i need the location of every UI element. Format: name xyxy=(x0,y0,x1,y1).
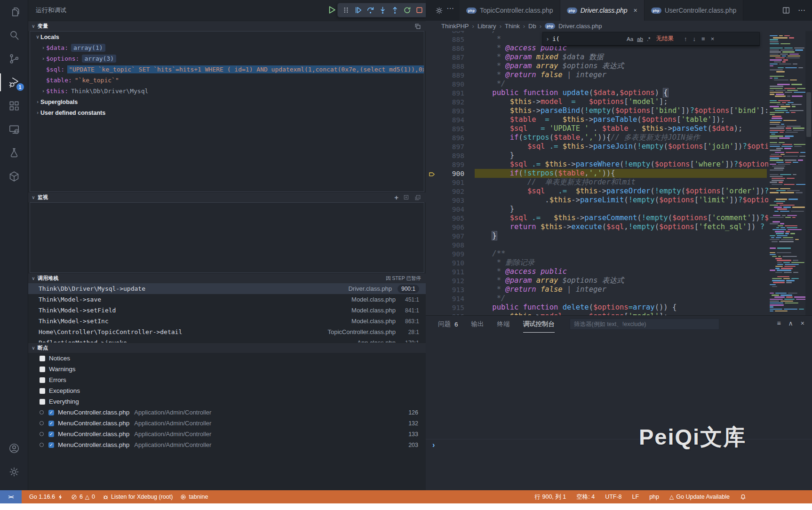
stack-frame[interactable]: Think\Model->setIncModel.class.php863:1 xyxy=(28,316,426,327)
code-line[interactable]: 916 $this->model = $options['model']; xyxy=(426,312,767,315)
find-previous-icon[interactable]: ↑ xyxy=(684,35,687,42)
gutter-line-number[interactable]: 888 xyxy=(426,63,475,70)
debug-step-into-button[interactable] xyxy=(377,5,388,16)
code-line[interactable]: 909 /** xyxy=(426,249,767,258)
gutter-line-number[interactable]: 893 xyxy=(426,107,475,115)
gutter-line-number[interactable]: 895 xyxy=(426,125,475,133)
gutter-line-number[interactable]: 900 xyxy=(426,170,475,177)
code-editor[interactable]: 884 /**885 *886 * @access public887 * @p… xyxy=(426,31,812,315)
code-line[interactable]: 897 $sql .= $this->parseJoin(!empty($opt… xyxy=(426,142,767,151)
gutter-line-number[interactable]: 897 xyxy=(426,143,475,151)
breakpoint-row[interactable]: ✓MenuController.class.phpApplication/Adm… xyxy=(28,418,426,429)
stack-frame[interactable]: Think\Model->setFieldModel.class.php841:… xyxy=(28,305,426,316)
gutter-line-number[interactable]: 889 xyxy=(426,72,475,79)
code-line[interactable]: 890 */ xyxy=(426,80,767,88)
indentation[interactable]: 空格: 4 xyxy=(576,493,595,501)
code-line[interactable]: 901 // 单表更新支持order和lmit xyxy=(426,178,767,187)
section-header-call-stack[interactable]: ∨ 调用堆栈 因 STEP 已暂停 xyxy=(28,273,426,283)
code-line[interactable]: 902 $sql .= $this->parseOrder(!empty($op… xyxy=(426,187,767,196)
code-line[interactable]: 888 * @param array $options 表达式 xyxy=(426,62,767,71)
xdebug-listen[interactable]: Listen for Xdebug (root) xyxy=(103,494,173,500)
stack-frame[interactable]: Home\Controller\TopicController->detailT… xyxy=(28,327,426,337)
debug-step-out-button[interactable] xyxy=(389,5,400,16)
add-expression-button[interactable]: + xyxy=(394,193,398,201)
gutter-line-number[interactable]: 903 xyxy=(426,197,475,204)
editor-tab[interactable]: phpDriver.class.php× xyxy=(560,0,645,21)
code-line[interactable]: 910 * 删除记录 xyxy=(426,258,767,267)
variable-row[interactable]: ›$data:array(1) xyxy=(30,42,424,53)
stack-frame[interactable]: Think\Db\Driver\Mysql->updateDriver.clas… xyxy=(28,283,426,294)
checkbox-icon[interactable] xyxy=(40,356,45,361)
checkbox-checked-icon[interactable]: ✓ xyxy=(48,410,54,415)
code-line[interactable]: 904 } xyxy=(426,205,767,214)
checkbox-icon[interactable] xyxy=(40,377,45,383)
breakpoint-row[interactable]: ✓MenuController.class.phpApplication/Adm… xyxy=(28,407,426,418)
code-line[interactable]: 896 if(strpos($table,',')){// 多表更新支持JOIN… xyxy=(426,133,767,142)
breakpoint-toggle[interactable]: Exceptions xyxy=(28,385,426,396)
split-editor-icon[interactable] xyxy=(782,6,790,15)
gutter-line-number[interactable]: 911 xyxy=(426,268,475,276)
code-line[interactable]: 893 $this->parseBind(!empty($options['bi… xyxy=(426,106,767,115)
panel-tab-终端[interactable]: 终端 xyxy=(497,316,510,333)
collapse-all-icon[interactable] xyxy=(414,194,421,201)
tabnine[interactable]: tabnine xyxy=(180,494,208,500)
gutter-line-number[interactable]: 896 xyxy=(426,134,475,142)
checkbox-icon[interactable] xyxy=(40,388,45,394)
gutter-line-number[interactable]: 913 xyxy=(426,286,475,294)
editor-more-actions-icon[interactable]: ⋯ xyxy=(798,6,805,15)
breakpoint-toggle[interactable]: Everything xyxy=(28,396,426,407)
gutter-line-number[interactable]: 915 xyxy=(426,304,475,311)
code-line[interactable]: 903 .$this->parseLimit(!empty($options['… xyxy=(426,196,767,205)
debug-console-prompt[interactable]: › xyxy=(432,441,435,449)
find-expand-icon[interactable]: › xyxy=(547,36,549,42)
debug-start-button[interactable] xyxy=(327,5,336,15)
checkbox-checked-icon[interactable]: ✓ xyxy=(48,421,54,426)
code-line[interactable]: 889 * @return false | integer xyxy=(426,71,767,80)
activity-remote-explorer-button[interactable] xyxy=(0,118,28,141)
find-in-selection-icon[interactable]: ≡ xyxy=(701,35,705,42)
variable-row[interactable]: ›$this:Think\Db\Driver\Mysql xyxy=(30,86,424,96)
stack-frame[interactable]: ReflectionMethod->invokeApp.class.php170… xyxy=(28,337,426,343)
activity-source-control-button[interactable] xyxy=(0,47,28,71)
breakpoint-toggle[interactable]: Warnings xyxy=(28,364,426,375)
problems-status[interactable]: 6△0 xyxy=(71,494,95,500)
gutter-line-number[interactable]: 884 xyxy=(426,31,475,34)
checkbox-checked-icon[interactable]: ✓ xyxy=(48,442,54,448)
panel-maximize-icon[interactable]: ∧ xyxy=(788,319,793,327)
gutter-line-number[interactable]: 891 xyxy=(426,89,475,97)
gutter-line-number[interactable]: 910 xyxy=(426,259,475,267)
section-header-variables[interactable]: ∨ 变量 xyxy=(28,21,426,31)
activity-run-debug-button[interactable]: 1 xyxy=(0,71,28,94)
language-mode[interactable]: php xyxy=(649,494,659,500)
variable-row[interactable]: $table:"`ke_topic`" xyxy=(30,75,424,86)
whole-word-icon[interactable]: ab xyxy=(637,36,643,42)
go-update[interactable]: △Go Update Available xyxy=(669,494,730,500)
editor-tab[interactable]: phpUserController.class.php xyxy=(645,0,744,21)
panel-filter-icon[interactable]: ≡ xyxy=(777,319,780,327)
code-line[interactable]: 913 * @return false | integer xyxy=(426,285,767,294)
code-line[interactable]: 892 $this->model = $options['model']; xyxy=(426,97,767,106)
breadcrumb-item[interactable]: Db xyxy=(528,23,536,30)
more-actions-icon[interactable]: ⋯ xyxy=(446,4,454,13)
gutter-line-number[interactable]: 908 xyxy=(426,241,475,249)
checkbox-checked-icon[interactable]: ✓ xyxy=(48,431,54,437)
activity-extensions-button[interactable] xyxy=(0,94,28,118)
gutter-line-number[interactable]: 907 xyxy=(426,232,475,240)
variables-group[interactable]: ∨Locals xyxy=(30,32,424,42)
gear-icon[interactable] xyxy=(434,6,444,15)
variable-row[interactable]: $sql:"UPDATE `ke_topic` SET `hits`=hits+… xyxy=(30,64,424,75)
open-panel-icon[interactable] xyxy=(414,23,421,30)
gutter-line-number[interactable]: 886 xyxy=(426,45,475,52)
code-line[interactable]: 908 xyxy=(426,240,767,249)
panel-tab-调试控制台[interactable]: 调试控制台 xyxy=(523,316,555,333)
gutter-line-number[interactable]: 912 xyxy=(426,277,475,285)
code-line[interactable]: 912 * @param array $options 表达式 xyxy=(426,276,767,285)
checkbox-icon[interactable] xyxy=(40,399,45,405)
gutter-line-number[interactable]: 905 xyxy=(426,215,475,222)
breadcrumb-item[interactable]: Think xyxy=(505,23,520,30)
breadcrumb-item[interactable]: Library xyxy=(478,23,496,30)
breadcrumb-item[interactable]: Driver.class.php xyxy=(558,23,602,30)
remote-indicator[interactable]: >< xyxy=(0,490,22,503)
code-line[interactable]: 905 $sql .= $this->parseComment(!empty($… xyxy=(426,214,767,223)
code-line[interactable]: 898 } xyxy=(426,151,767,160)
